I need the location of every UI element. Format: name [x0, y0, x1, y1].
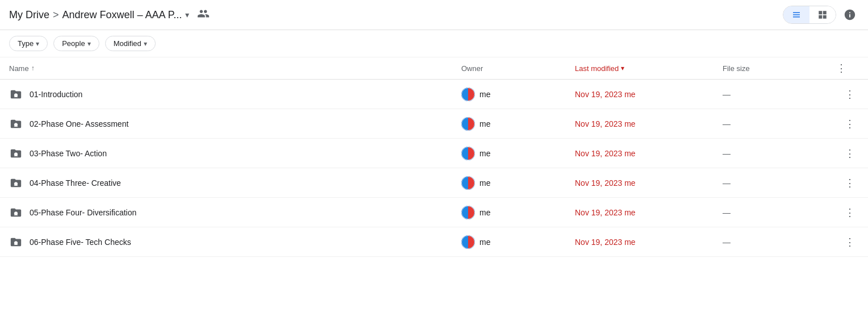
cell-owner-4: me	[461, 206, 575, 219]
header-right	[783, 6, 859, 24]
modified-filter-arrow: ▾	[144, 40, 147, 48]
col-name-label: Name	[9, 64, 29, 73]
more-button-3[interactable]: ⋮	[841, 174, 859, 192]
avatar-1	[461, 117, 475, 131]
table-row[interactable]: 03-Phase Two- Action me Nov 19, 2023 me …	[0, 139, 868, 168]
modified-filter-button[interactable]: Modified ▾	[105, 36, 156, 51]
owner-label-1: me	[479, 119, 490, 128]
table-row[interactable]: 01-Introduction me Nov 19, 2023 me — ⋮	[0, 80, 868, 109]
cell-owner-1: me	[461, 117, 575, 131]
avatar-5	[461, 235, 475, 249]
cell-owner-2: me	[461, 147, 575, 160]
folder-icon-4	[9, 206, 23, 219]
row-name-2: 03-Phase Two- Action	[30, 149, 107, 158]
avatar-0	[461, 88, 475, 101]
more-button-2[interactable]: ⋮	[841, 144, 859, 163]
more-button-0[interactable]: ⋮	[841, 85, 859, 103]
cell-size-5: —	[723, 238, 836, 247]
last-modified-label: Last modified	[575, 64, 619, 73]
cell-more-5: ⋮	[836, 233, 859, 251]
list-view-button[interactable]	[783, 6, 809, 23]
cell-name-3: 04-Phase Three- Creative	[9, 176, 461, 190]
cell-size-0: —	[723, 90, 836, 99]
cell-owner-0: me	[461, 88, 575, 101]
owner-label-0: me	[479, 90, 490, 99]
cell-size-1: —	[723, 119, 836, 128]
col-owner-header: Owner	[461, 64, 575, 73]
table-row[interactable]: 05-Phase Four- Diversification me Nov 19…	[0, 198, 868, 227]
cell-owner-3: me	[461, 176, 575, 190]
col-file-size-header: File size	[723, 64, 836, 73]
cell-more-4: ⋮	[836, 203, 859, 222]
header: My Drive > Andrew Foxwell – AAA P... ▾	[0, 0, 868, 30]
avatar-3	[461, 176, 475, 190]
folder-icon-3	[9, 176, 23, 190]
cell-size-2: —	[723, 149, 836, 158]
cell-size-3: —	[723, 178, 836, 188]
col-name-header[interactable]: Name ↑	[9, 64, 461, 73]
owner-label-4: me	[479, 208, 490, 217]
folder-icon-0	[9, 88, 23, 101]
cell-name-4: 05-Phase Four- Diversification	[9, 206, 461, 219]
grid-view-button[interactable]	[809, 6, 836, 23]
type-filter-label: Type	[18, 39, 34, 48]
table-row[interactable]: 04-Phase Three- Creative me Nov 19, 2023…	[0, 168, 868, 198]
row-name-3: 04-Phase Three- Creative	[30, 178, 121, 188]
owner-label-5: me	[479, 238, 490, 247]
col-more-header: ⋮	[836, 62, 859, 74]
people-filter-label: People	[62, 39, 85, 48]
people-filter-arrow: ▾	[87, 40, 91, 48]
type-filter-button[interactable]: Type ▾	[9, 36, 48, 51]
name-sort-icon: ↑	[31, 64, 35, 72]
cell-name-5: 06-Phase Five- Tech Checks	[9, 235, 461, 249]
cell-name-1: 02-Phase One- Assessment	[9, 117, 461, 131]
folder-icon-1	[9, 117, 23, 131]
avatar-4	[461, 206, 475, 219]
folder-icon-2	[9, 147, 23, 160]
my-drive-link[interactable]: My Drive	[9, 9, 49, 21]
row-name-5: 06-Phase Five- Tech Checks	[30, 238, 131, 247]
col-last-modified-header[interactable]: Last modified ▾	[575, 64, 723, 73]
table-body: 01-Introduction me Nov 19, 2023 me — ⋮ 0…	[0, 80, 868, 257]
cell-modified-0: Nov 19, 2023 me	[575, 90, 723, 99]
breadcrumb-separator: >	[53, 9, 59, 21]
view-toggle	[783, 6, 836, 24]
cell-modified-1: Nov 19, 2023 me	[575, 119, 723, 128]
avatar-2	[461, 147, 475, 160]
cell-name-2: 03-Phase Two- Action	[9, 147, 461, 160]
cell-modified-3: Nov 19, 2023 me	[575, 178, 723, 188]
breadcrumb: My Drive > Andrew Foxwell – AAA P... ▾	[9, 7, 210, 23]
cell-more-3: ⋮	[836, 174, 859, 192]
modified-sort-icon: ▾	[621, 64, 624, 72]
owner-label-3: me	[479, 178, 490, 188]
filter-bar: Type ▾ People ▾ Modified ▾	[0, 30, 868, 57]
table-row[interactable]: 02-Phase One- Assessment me Nov 19, 2023…	[0, 109, 868, 139]
folder-icon-5	[9, 235, 23, 249]
more-button-5[interactable]: ⋮	[841, 233, 859, 251]
current-folder-label[interactable]: Andrew Foxwell – AAA P...	[62, 9, 182, 21]
table-row[interactable]: 06-Phase Five- Tech Checks me Nov 19, 20…	[0, 227, 868, 257]
owner-label-2: me	[479, 149, 490, 158]
cell-owner-5: me	[461, 235, 575, 249]
cell-more-2: ⋮	[836, 144, 859, 163]
row-name-0: 01-Introduction	[30, 90, 82, 99]
cell-more-1: ⋮	[836, 115, 859, 133]
cell-modified-2: Nov 19, 2023 me	[575, 149, 723, 158]
people-icon[interactable]	[197, 7, 210, 23]
cell-size-4: —	[723, 208, 836, 217]
more-button-4[interactable]: ⋮	[841, 203, 859, 222]
info-button[interactable]	[841, 6, 859, 24]
row-name-1: 02-Phase One- Assessment	[30, 119, 128, 128]
cell-name-0: 01-Introduction	[9, 88, 461, 101]
more-button-1[interactable]: ⋮	[841, 115, 859, 133]
row-name-4: 05-Phase Four- Diversification	[30, 208, 136, 217]
people-filter-button[interactable]: People ▾	[53, 36, 99, 51]
type-filter-arrow: ▾	[36, 40, 39, 48]
cell-more-0: ⋮	[836, 85, 859, 103]
folder-dropdown-arrow[interactable]: ▾	[185, 10, 189, 19]
table-header: Name ↑ Owner Last modified ▾ File size ⋮	[0, 57, 868, 80]
cell-modified-4: Nov 19, 2023 me	[575, 208, 723, 217]
modified-filter-label: Modified	[114, 39, 141, 48]
cell-modified-5: Nov 19, 2023 me	[575, 238, 723, 247]
